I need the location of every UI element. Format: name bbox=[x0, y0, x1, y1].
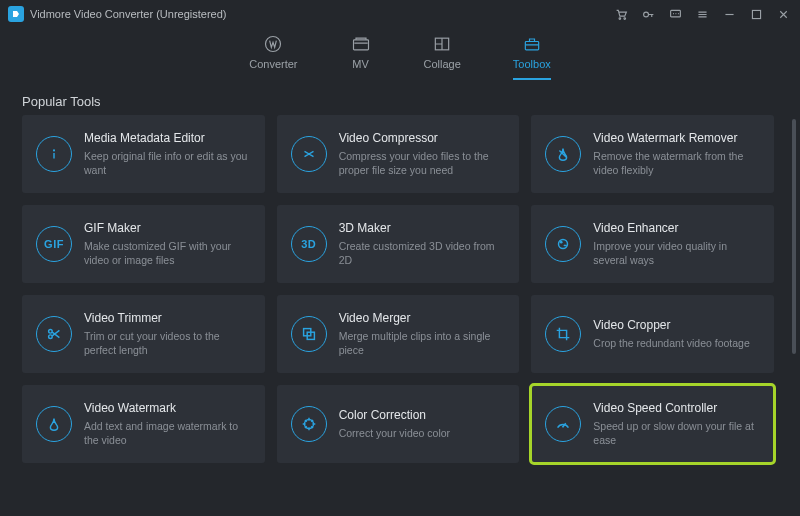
card-desc: Create customized 3D video from 2D bbox=[339, 239, 508, 267]
nav-label: MV bbox=[352, 58, 369, 70]
main-nav: Converter MV Collage Toolbox bbox=[0, 28, 800, 80]
tools-grid: Media Metadata Editor Keep original file… bbox=[22, 115, 786, 463]
svg-rect-8 bbox=[525, 42, 538, 50]
card-title: Video Watermark Remover bbox=[593, 131, 762, 145]
nav-converter[interactable]: Converter bbox=[249, 34, 297, 80]
card-gif-maker[interactable]: GIF GIF Maker Make customized GIF with y… bbox=[22, 205, 265, 283]
maximize-icon[interactable] bbox=[750, 8, 763, 21]
card-desc: Trim or cut your videos to the perfect l… bbox=[84, 329, 253, 357]
speed-icon bbox=[545, 406, 581, 442]
card-video-watermark-remover[interactable]: Video Watermark Remover Remove the water… bbox=[531, 115, 774, 193]
card-desc: Keep original file info or edit as you w… bbox=[84, 149, 253, 177]
card-video-trimmer[interactable]: Video Trimmer Trim or cut your videos to… bbox=[22, 295, 265, 373]
app-logo-icon bbox=[8, 6, 24, 22]
key-icon[interactable] bbox=[642, 8, 655, 21]
card-title: Color Correction bbox=[339, 408, 450, 422]
card-desc: Crop the redundant video footage bbox=[593, 336, 749, 350]
card-desc: Merge multiple clips into a single piece bbox=[339, 329, 508, 357]
menu-icon[interactable] bbox=[696, 8, 709, 21]
scrollbar-thumb[interactable] bbox=[792, 119, 796, 354]
nav-label: Converter bbox=[249, 58, 297, 70]
scissors-icon bbox=[36, 316, 72, 352]
feedback-icon[interactable] bbox=[669, 8, 682, 21]
card-video-merger[interactable]: Video Merger Merge multiple clips into a… bbox=[277, 295, 520, 373]
card-video-enhancer[interactable]: Video Enhancer Improve your video qualit… bbox=[531, 205, 774, 283]
card-title: Video Cropper bbox=[593, 318, 749, 332]
svg-point-9 bbox=[53, 149, 55, 151]
svg-point-10 bbox=[559, 240, 568, 249]
titlebar: Vidmore Video Converter (Unregistered) bbox=[0, 0, 800, 28]
card-desc: Make customized GIF with your video or i… bbox=[84, 239, 253, 267]
cart-icon[interactable] bbox=[615, 8, 628, 21]
color-icon bbox=[291, 406, 327, 442]
card-desc: Remove the watermark from the video flex… bbox=[593, 149, 762, 177]
card-title: Video Merger bbox=[339, 311, 508, 325]
svg-rect-6 bbox=[353, 40, 368, 50]
threed-icon: 3D bbox=[291, 226, 327, 262]
svg-rect-4 bbox=[752, 10, 760, 18]
nav-collage[interactable]: Collage bbox=[424, 34, 461, 80]
watermark-icon bbox=[36, 406, 72, 442]
card-title: Video Trimmer bbox=[84, 311, 253, 325]
enhancer-icon bbox=[545, 226, 581, 262]
svg-point-17 bbox=[562, 426, 564, 428]
titlebar-controls bbox=[615, 8, 790, 21]
svg-point-0 bbox=[619, 17, 621, 19]
nav-label: Collage bbox=[424, 58, 461, 70]
nav-toolbox[interactable]: Toolbox bbox=[513, 34, 551, 80]
card-3d-maker[interactable]: 3D 3D Maker Create customized 3D video f… bbox=[277, 205, 520, 283]
section-title: Popular Tools bbox=[0, 80, 800, 115]
svg-point-11 bbox=[560, 241, 563, 244]
gif-icon: GIF bbox=[36, 226, 72, 262]
app-title: Vidmore Video Converter (Unregistered) bbox=[30, 8, 226, 20]
card-video-watermark[interactable]: Video Watermark Add text and image water… bbox=[22, 385, 265, 463]
info-icon bbox=[36, 136, 72, 172]
svg-point-13 bbox=[49, 335, 53, 339]
card-title: 3D Maker bbox=[339, 221, 508, 235]
card-desc: Compress your video files to the proper … bbox=[339, 149, 508, 177]
card-video-compressor[interactable]: Video Compressor Compress your video fil… bbox=[277, 115, 520, 193]
card-title: Video Watermark bbox=[84, 401, 253, 415]
svg-point-12 bbox=[49, 330, 53, 334]
svg-point-1 bbox=[624, 17, 626, 19]
merger-icon bbox=[291, 316, 327, 352]
card-color-correction[interactable]: Color Correction Correct your video colo… bbox=[277, 385, 520, 463]
card-title: Video Compressor bbox=[339, 131, 508, 145]
watermark-remove-icon bbox=[545, 136, 581, 172]
card-video-speed-controller[interactable]: Video Speed Controller Speed up or slow … bbox=[531, 385, 774, 463]
card-media-metadata-editor[interactable]: Media Metadata Editor Keep original file… bbox=[22, 115, 265, 193]
nav-label: Toolbox bbox=[513, 58, 551, 70]
crop-icon bbox=[545, 316, 581, 352]
close-icon[interactable] bbox=[777, 8, 790, 21]
card-title: Video Speed Controller bbox=[593, 401, 762, 415]
card-title: GIF Maker bbox=[84, 221, 253, 235]
card-title: Video Enhancer bbox=[593, 221, 762, 235]
nav-mv[interactable]: MV bbox=[350, 34, 372, 80]
card-desc: Improve your video quality in several wa… bbox=[593, 239, 762, 267]
scrollbar[interactable] bbox=[792, 119, 796, 511]
minimize-icon[interactable] bbox=[723, 8, 736, 21]
card-desc: Add text and image watermark to the vide… bbox=[84, 419, 253, 447]
card-desc: Correct your video color bbox=[339, 426, 450, 440]
card-video-cropper[interactable]: Video Cropper Crop the redundant video f… bbox=[531, 295, 774, 373]
card-title: Media Metadata Editor bbox=[84, 131, 253, 145]
compress-icon bbox=[291, 136, 327, 172]
svg-point-2 bbox=[644, 12, 649, 17]
card-desc: Speed up or slow down your file at ease bbox=[593, 419, 762, 447]
